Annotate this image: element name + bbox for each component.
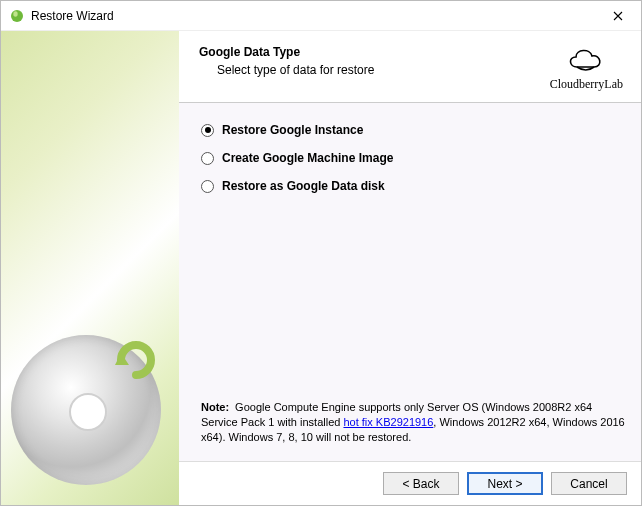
- titlebar: Restore Wizard: [1, 1, 641, 31]
- radio-icon: [201, 152, 214, 165]
- radio-label: Create Google Machine Image: [222, 151, 393, 165]
- header: Google Data Type Select type of data for…: [179, 31, 641, 103]
- main-panel: Google Data Type Select type of data for…: [179, 31, 641, 505]
- brand-logo: CloudberryLab: [550, 45, 623, 92]
- brand-text: CloudberryLab: [550, 77, 623, 92]
- page-heading: Google Data Type: [199, 45, 550, 59]
- restore-arrow-icon: [111, 335, 161, 385]
- option-restore-instance[interactable]: Restore Google Instance: [201, 123, 625, 137]
- window-title: Restore Wizard: [31, 9, 114, 23]
- radio-label: Restore as Google Data disk: [222, 179, 385, 193]
- back-button[interactable]: < Back: [383, 472, 459, 495]
- content-area: Restore Google Instance Create Google Ma…: [179, 103, 641, 461]
- option-restore-data-disk[interactable]: Restore as Google Data disk: [201, 179, 625, 193]
- svg-point-1: [13, 11, 17, 17]
- sidebar-graphic: [1, 31, 179, 505]
- radio-label: Restore Google Instance: [222, 123, 363, 137]
- cloud-icon: [563, 45, 609, 75]
- option-create-machine-image[interactable]: Create Google Machine Image: [201, 151, 625, 165]
- radio-icon: [201, 124, 214, 137]
- close-icon: [613, 11, 623, 21]
- radio-group: Restore Google Instance Create Google Ma…: [201, 123, 625, 207]
- cancel-button[interactable]: Cancel: [551, 472, 627, 495]
- app-icon: [9, 8, 25, 24]
- note-block: Note:Google Compute Engine supports only…: [201, 400, 625, 451]
- page-subheading: Select type of data for restore: [199, 63, 550, 77]
- next-button[interactable]: Next >: [467, 472, 543, 495]
- footer: < Back Next > Cancel: [179, 461, 641, 505]
- body: Google Data Type Select type of data for…: [1, 31, 641, 505]
- note-label: Note:: [201, 401, 229, 413]
- radio-icon: [201, 180, 214, 193]
- wizard-window: Restore Wizard Google Data Type Select t…: [0, 0, 642, 506]
- close-button[interactable]: [595, 1, 641, 31]
- hotfix-link[interactable]: hot fix KB2921916: [343, 416, 433, 428]
